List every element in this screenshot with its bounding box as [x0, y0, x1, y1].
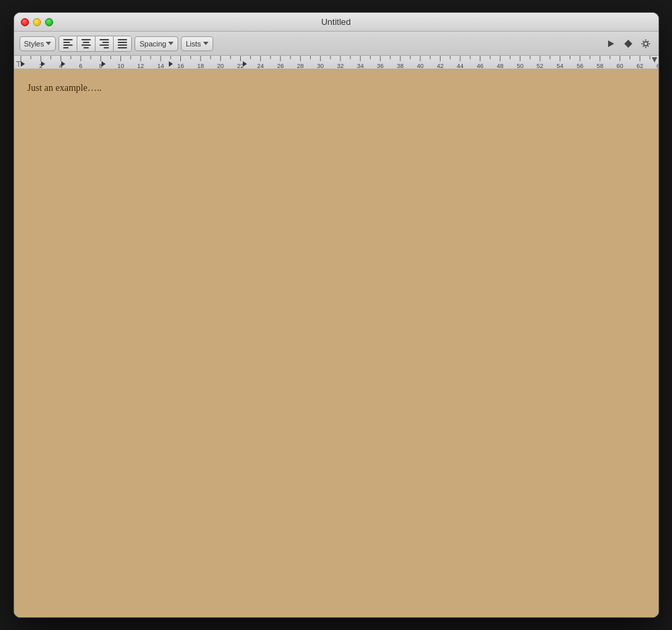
align-justify-icon: [118, 39, 127, 48]
play-icon: [606, 39, 615, 48]
svg-text:26: 26: [276, 63, 283, 69]
align-left-icon: [63, 39, 73, 48]
svg-text:12: 12: [137, 63, 144, 69]
svg-marker-111: [102, 61, 106, 67]
svg-point-6: [648, 43, 650, 44]
svg-text:56: 56: [576, 63, 583, 69]
lists-button[interactable]: Lists: [181, 36, 213, 51]
align-right-icon: [100, 39, 109, 48]
svg-text:34: 34: [357, 63, 363, 69]
document-text-content: Just an example…..: [28, 83, 102, 93]
toolbar: Styles: [14, 32, 659, 56]
lists-chevron-icon: [203, 42, 209, 45]
svg-text:46: 46: [476, 63, 483, 69]
svg-text:48: 48: [496, 63, 503, 69]
svg-marker-1: [624, 40, 632, 48]
svg-text:⊤: ⊤: [15, 60, 22, 68]
align-justify-button[interactable]: [114, 36, 131, 51]
close-button[interactable]: [21, 18, 29, 26]
svg-marker-113: [243, 61, 247, 67]
svg-text:6: 6: [79, 63, 82, 69]
main-window: Untitled Styles: [13, 12, 659, 618]
minimize-button[interactable]: [33, 18, 41, 26]
traffic-lights: [21, 18, 53, 26]
svg-point-2: [644, 42, 648, 46]
align-left-button[interactable]: [59, 36, 77, 51]
svg-text:42: 42: [437, 63, 443, 69]
svg-marker-114: [652, 57, 657, 63]
svg-text:58: 58: [596, 63, 603, 69]
svg-text:10: 10: [117, 63, 124, 69]
svg-marker-110: [61, 61, 65, 67]
spacing-chevron-icon: [168, 42, 174, 45]
svg-text:52: 52: [536, 63, 543, 69]
lists-label: Lists: [186, 40, 201, 48]
spacing-button[interactable]: Spacing: [135, 36, 178, 51]
svg-point-4: [645, 46, 646, 48]
svg-text:18: 18: [197, 63, 204, 69]
svg-text:62: 62: [636, 63, 643, 69]
svg-text:28: 28: [297, 63, 303, 69]
spacing-label: Spacing: [139, 40, 166, 48]
ruler-svg: 2468101214161820222426283032343638404244…: [14, 56, 659, 69]
alignment-group: [59, 36, 132, 52]
styles-chevron-icon: [46, 42, 51, 45]
svg-point-5: [641, 43, 642, 44]
svg-text:20: 20: [217, 63, 223, 69]
svg-marker-0: [608, 40, 614, 47]
svg-text:24: 24: [257, 63, 264, 69]
svg-text:30: 30: [317, 63, 324, 69]
svg-text:50: 50: [517, 63, 523, 69]
diamond-button[interactable]: [621, 36, 636, 51]
svg-text:14: 14: [157, 63, 163, 69]
styles-label: Styles: [24, 40, 44, 48]
svg-point-9: [647, 40, 648, 42]
content-area[interactable]: Just an example…..: [14, 69, 659, 617]
svg-point-3: [645, 39, 646, 40]
svg-marker-112: [169, 61, 173, 67]
svg-point-7: [642, 40, 644, 42]
svg-text:40: 40: [416, 63, 423, 69]
svg-text:54: 54: [556, 63, 563, 69]
settings-button[interactable]: [638, 36, 653, 51]
align-center-button[interactable]: [77, 36, 96, 51]
align-center-icon: [81, 39, 91, 48]
gear-icon: [641, 39, 650, 48]
svg-point-8: [647, 45, 648, 46]
svg-marker-109: [41, 61, 45, 67]
document-content[interactable]: Just an example…..: [14, 69, 659, 107]
toolbar-right: [603, 36, 653, 51]
maximize-button[interactable]: [45, 18, 53, 26]
align-right-button[interactable]: [96, 36, 114, 51]
window-title: Untitled: [321, 17, 350, 27]
svg-point-10: [642, 45, 644, 46]
svg-text:44: 44: [457, 63, 463, 69]
ruler: 2468101214161820222426283032343638404244…: [14, 56, 659, 69]
svg-text:32: 32: [336, 63, 343, 69]
svg-text:60: 60: [616, 63, 623, 69]
svg-text:36: 36: [377, 63, 383, 69]
play-button[interactable]: [603, 36, 618, 51]
svg-text:38: 38: [397, 63, 404, 69]
diamond-icon: [624, 39, 633, 48]
titlebar: Untitled: [14, 13, 659, 32]
svg-text:16: 16: [177, 63, 184, 69]
styles-button[interactable]: Styles: [20, 36, 57, 51]
svg-text:64: 64: [656, 63, 658, 69]
